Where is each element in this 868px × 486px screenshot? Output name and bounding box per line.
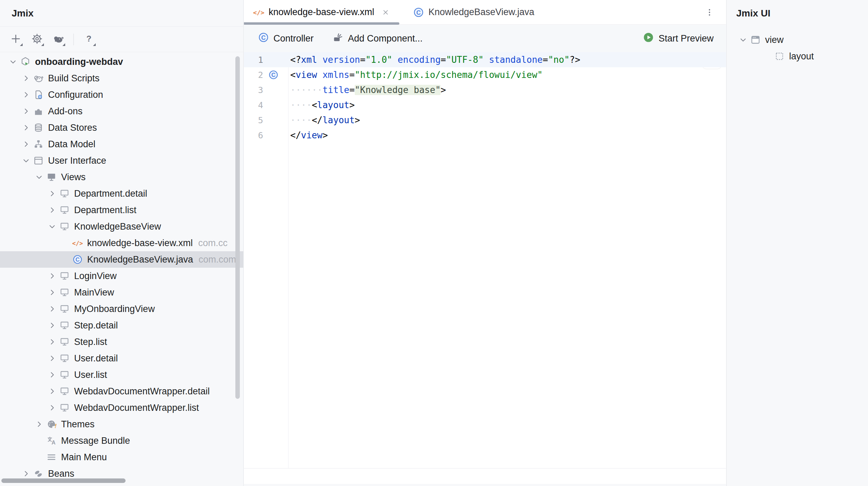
tree-item-label: LoginView — [74, 271, 117, 281]
token-p: </ — [312, 115, 322, 125]
token-p: ?> — [570, 55, 580, 65]
tree-item-label: Main Menu — [61, 452, 107, 463]
view-designer-toolbar: C Controller Add Component... Start Prev… — [244, 25, 726, 52]
component-tree-item-view[interactable]: view — [727, 32, 868, 48]
tree-item-message-bundle[interactable]: AMessage Bundle — [0, 432, 243, 449]
chevron-right-icon[interactable] — [33, 418, 45, 430]
chevron-down-icon[interactable] — [7, 56, 19, 68]
tree-item-build-scripts[interactable]: Build Scripts — [0, 70, 243, 86]
tree-item-onboarding-webdav[interactable]: onboarding-webdav — [0, 54, 243, 70]
chevron-right-icon[interactable] — [46, 319, 58, 332]
code-line-1[interactable]: 1<?xml version="1.0" encoding="UTF-8" st… — [244, 52, 726, 67]
database-icon — [32, 121, 45, 134]
chevron-right-icon[interactable] — [20, 72, 32, 84]
token-a: encoding — [392, 55, 441, 65]
tree-item-webdavdocumentwrapper-list[interactable]: WebdavDocumentWrapper.list — [0, 400, 243, 416]
tree-item-loginview[interactable]: LoginView — [0, 268, 243, 284]
tree-item-label: User.detail — [74, 353, 118, 364]
start-preview-button[interactable]: Start Preview — [643, 32, 714, 45]
tree-item-step-list[interactable]: Step.list — [0, 334, 243, 350]
active-tab-underline — [244, 22, 399, 25]
tree-item-user-detail[interactable]: User.detail — [0, 350, 243, 367]
chevron-right-icon[interactable] — [20, 138, 32, 150]
chevron-right-icon[interactable] — [46, 303, 58, 315]
chevron-right-icon[interactable] — [46, 385, 58, 397]
tree-item-mainview[interactable]: MainView — [0, 284, 243, 301]
chevron-right-icon[interactable] — [20, 121, 32, 134]
chevron-right-icon[interactable] — [46, 187, 58, 200]
tree-item-main-menu[interactable]: Main Menu — [0, 449, 243, 465]
code-line-6[interactable]: 6</view> — [244, 128, 726, 143]
view-monitor-icon — [58, 204, 71, 216]
tree-item-views[interactable]: Views — [0, 169, 243, 185]
add-component-button[interactable]: Add Component... — [332, 32, 423, 46]
tree-item-label: Step.list — [74, 337, 107, 347]
chevron-right-icon[interactable] — [46, 286, 58, 299]
tree-item-step-detail[interactable]: Step.detail — [0, 317, 243, 334]
tree-item-user-list[interactable]: User.list — [0, 367, 243, 383]
token-p: = — [441, 55, 446, 65]
tree-item-department-detail[interactable]: Department.detail — [0, 185, 243, 202]
tree-vertical-scrollbar[interactable] — [235, 56, 240, 399]
controller-button[interactable]: C Controller — [258, 32, 314, 46]
gradle-button[interactable] — [50, 31, 67, 48]
tree-item-data-model[interactable]: Data Model — [0, 136, 243, 152]
code-line-2[interactable]: 2C<view xmlns="http://jmix.io/schema/flo… — [244, 67, 726, 82]
chevron-right-icon[interactable] — [46, 336, 58, 348]
tree-item-label: Step.detail — [74, 320, 118, 331]
tab-knowledge-base-view-xml[interactable]: </> knowledge-base-view.xml — [244, 0, 398, 24]
chevron-right-icon[interactable] — [20, 105, 32, 117]
code-editor[interactable]: 1<?xml version="1.0" encoding="UTF-8" st… — [244, 52, 726, 468]
add-button[interactable] — [8, 31, 24, 48]
tree-item-myonboardingview[interactable]: MyOnboardingView — [0, 301, 243, 317]
code-line-4[interactable]: 4····<layout> — [244, 97, 726, 113]
tab-options-kebab-icon[interactable] — [703, 6, 716, 19]
component-tree-label: view — [765, 35, 784, 45]
chevron-right-icon[interactable] — [46, 369, 58, 381]
chevron-right-icon[interactable] — [46, 352, 58, 364]
tree-item-data-stores[interactable]: Data Stores — [0, 119, 243, 136]
chevron-right-icon[interactable] — [20, 467, 32, 480]
tab-label: knowledge-base-view.xml — [269, 7, 374, 18]
tree-item-department-list[interactable]: Department.list — [0, 202, 243, 218]
chevron-down-icon[interactable] — [20, 154, 32, 167]
token-a: version — [317, 55, 360, 65]
gutter: 6 — [244, 130, 288, 140]
chevron-right-icon[interactable] — [46, 204, 58, 216]
tree-item-add-ons[interactable]: Add-ons — [0, 103, 243, 119]
tree-item-webdavdocumentwrapper-detail[interactable]: WebdavDocumentWrapper.detail — [0, 383, 243, 400]
jmix-panel-title: Jmix — [12, 8, 34, 19]
token-s: "UTF-8" — [446, 55, 484, 65]
chevron-right-icon[interactable] — [46, 402, 58, 414]
dropdown-corner-icon — [20, 43, 23, 46]
tab-knowledgebaseview-java[interactable]: C KnowledgeBaseView.java — [406, 0, 541, 24]
tree-item-knowledgebaseview-java[interactable]: CKnowledgeBaseView.javacom.com — [0, 251, 243, 268]
chevron-down-icon[interactable] — [46, 220, 58, 233]
chevron-down-icon[interactable] — [33, 171, 45, 183]
package-suffix: com.cc — [198, 238, 228, 248]
tree-item-themes[interactable]: !Themes — [0, 416, 243, 432]
chevron-right-icon[interactable] — [20, 89, 32, 101]
chevron-right-icon[interactable] — [46, 270, 58, 282]
help-button[interactable]: ? — [81, 31, 97, 48]
themes-palette-icon: ! — [45, 418, 58, 430]
tree-item-knowledgebaseview[interactable]: KnowledgeBaseView — [0, 218, 243, 235]
tree-horizontal-scrollbar[interactable] — [1, 478, 126, 483]
tree-item-label: Views — [61, 172, 86, 183]
tree-item-knowledge-base-view-xml[interactable]: </>knowledge-base-view.xmlcom.cc — [0, 235, 243, 251]
line-number: 4 — [244, 100, 263, 110]
token-p: </ — [290, 130, 301, 140]
tree-item-configuration[interactable]: Configuration — [0, 86, 243, 103]
component-hierarchy-tree: viewlayout — [727, 27, 868, 65]
code-line-5[interactable]: 5····</layout> — [244, 113, 726, 128]
chevron-down-icon[interactable] — [737, 34, 749, 46]
view-monitor-icon — [58, 369, 71, 381]
settings-button[interactable] — [29, 31, 45, 48]
code-line-3[interactable]: 3······title="Knowledge base"> — [244, 82, 726, 97]
tree-item-user-interface[interactable]: User Interface — [0, 152, 243, 169]
token-p: < — [312, 100, 317, 110]
component-tree-item-layout[interactable]: layout — [727, 48, 868, 65]
controller-class-gutter-icon[interactable]: C — [268, 69, 279, 80]
view-monitor-icon — [58, 319, 71, 332]
close-icon[interactable] — [381, 8, 390, 17]
